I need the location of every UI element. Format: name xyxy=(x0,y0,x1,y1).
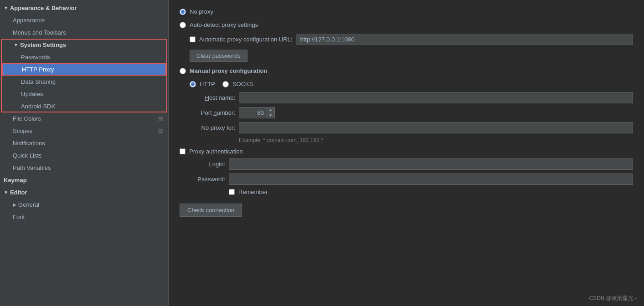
manual-proxy-radio[interactable] xyxy=(180,68,186,74)
sidebar-item-label: Passwords xyxy=(21,54,50,61)
check-connection-button[interactable]: Check connection xyxy=(180,204,242,217)
no-proxy-for-input[interactable] xyxy=(239,122,633,133)
chevron-right-icon: ▶ xyxy=(13,202,16,207)
watermark: CSDN @夜雨星光~ xyxy=(589,295,637,302)
manual-proxy-label: Manual proxy configuration xyxy=(190,67,267,74)
sidebar-item-updates[interactable]: Updates xyxy=(1,88,167,100)
login-label: Login: xyxy=(180,161,225,168)
sidebar-item-editor[interactable]: ▼ Editor xyxy=(0,186,168,199)
sidebar-item-keymap[interactable]: Keymap xyxy=(0,174,168,186)
chevron-down-icon: ▼ xyxy=(14,42,18,47)
http-socks-row: HTTP SOCKS xyxy=(190,80,633,88)
proxy-settings-panel: No proxy Auto-detect proxy settings Auto… xyxy=(180,7,633,217)
auto-proxy-url-input[interactable] xyxy=(296,34,633,45)
manual-proxy-row: Manual proxy configuration xyxy=(180,66,633,75)
sidebar-item-android-sdk[interactable]: Android SDK xyxy=(1,100,167,112)
manual-proxy-section: HTTP SOCKS Host name: Port number: 80 ▲ xyxy=(180,80,633,143)
host-name-row: Host name: xyxy=(190,92,633,103)
sidebar-item-label: HTTP Proxy xyxy=(22,66,54,73)
proxy-auth-label: Proxy authentication xyxy=(189,148,243,155)
clear-passwords-section: Clear passwords xyxy=(180,50,633,62)
auto-detect-section: Automatic proxy configuration URL: xyxy=(180,34,633,45)
port-number-row: Port number: 80 ▲ ▼ xyxy=(190,107,633,118)
remember-row: Remember xyxy=(180,189,633,195)
sidebar-item-label: Menus and Toolbars xyxy=(13,29,66,36)
sidebar-item-label: Data Sharing xyxy=(21,78,56,85)
sidebar-item-notifications[interactable]: Notifications xyxy=(0,137,168,149)
password-input[interactable] xyxy=(229,173,633,185)
no-proxy-radio[interactable] xyxy=(180,9,186,15)
remember-checkbox[interactable] xyxy=(229,189,235,195)
port-number-wrapper: 80 ▲ ▼ xyxy=(239,107,275,118)
proxy-auth-section: Proxy authentication Login: Password: Re… xyxy=(180,148,633,195)
sidebar-item-label: Keymap xyxy=(4,177,27,184)
auto-detect-label: Auto-detect proxy settings xyxy=(190,21,258,28)
sidebar-item-appearance-behavior[interactable]: ▼ Appearance & Behavior xyxy=(0,2,168,14)
no-proxy-label: No proxy xyxy=(190,8,213,15)
sidebar-item-label: Appearance & Behavior xyxy=(10,5,77,11)
sidebar-item-label: General xyxy=(18,201,39,208)
sidebar-item-label: Font xyxy=(13,214,25,220)
auto-proxy-url-checkbox[interactable] xyxy=(190,36,196,42)
sidebar-item-label: Scopes xyxy=(13,128,32,134)
sidebar-item-label: Notifications xyxy=(13,140,45,147)
port-number-input[interactable]: 80 xyxy=(239,107,267,118)
http-radio-row: HTTP xyxy=(190,80,215,88)
login-row: Login: xyxy=(180,158,633,170)
sidebar-item-label: Updates xyxy=(21,91,43,97)
socks-label: SOCKS xyxy=(232,81,253,87)
sidebar-item-label: Appearance xyxy=(13,17,45,24)
http-label: HTTP xyxy=(200,81,215,87)
sidebar-item-label: System Settings xyxy=(20,41,66,48)
sidebar-item-data-sharing[interactable]: Data Sharing xyxy=(1,76,167,88)
login-input[interactable] xyxy=(229,158,633,170)
sidebar-item-label: Path Variables xyxy=(13,164,51,171)
auto-proxy-url-label: Automatic proxy configuration URL: xyxy=(199,36,292,43)
host-name-input[interactable] xyxy=(239,92,633,103)
sidebar-item-appearance[interactable]: Appearance xyxy=(0,14,168,26)
no-proxy-row: No proxy xyxy=(180,7,633,16)
sidebar-item-label: Quick Lists xyxy=(13,152,42,159)
password-row: Password: xyxy=(180,173,633,185)
sidebar-item-quick-lists[interactable]: Quick Lists xyxy=(0,149,168,162)
proxy-auth-checkbox[interactable] xyxy=(180,148,185,154)
proxy-auth-row: Proxy authentication xyxy=(180,148,633,155)
scopes-icon: ▤ xyxy=(158,128,163,134)
chevron-down-icon: ▼ xyxy=(4,5,8,10)
sidebar-item-http-proxy[interactable]: HTTP Proxy xyxy=(2,63,166,76)
no-proxy-for-row: No proxy for: xyxy=(190,122,633,133)
port-number-label: Port number: xyxy=(190,109,235,116)
sidebar-item-system-settings[interactable]: ▼ System Settings xyxy=(1,39,167,51)
port-spinner: ▲ ▼ xyxy=(267,107,274,118)
sidebar-item-label: File Colors xyxy=(13,115,41,122)
password-label: Password: xyxy=(180,176,225,183)
sidebar-item-menus-toolbars[interactable]: Menus and Toolbars xyxy=(0,26,168,39)
sidebar-item-label: Editor xyxy=(10,189,27,196)
file-colors-icon: ▤ xyxy=(158,116,163,122)
auto-detect-radio[interactable] xyxy=(180,22,186,28)
no-proxy-for-label: No proxy for: xyxy=(190,124,235,131)
remember-label: Remember xyxy=(238,189,268,195)
sidebar-item-font[interactable]: Font xyxy=(0,211,168,223)
main-content: No proxy Auto-detect proxy settings Auto… xyxy=(169,0,644,306)
sidebar: ▼ Appearance & Behavior Appearance Menus… xyxy=(0,0,169,306)
sidebar-item-passwords[interactable]: Passwords xyxy=(1,51,167,63)
sidebar-item-general[interactable]: ▶ General xyxy=(0,199,168,211)
chevron-down-icon: ▼ xyxy=(4,190,8,195)
port-decrement-button[interactable]: ▼ xyxy=(267,113,274,118)
port-increment-button[interactable]: ▲ xyxy=(267,107,274,113)
config-url-row: Automatic proxy configuration URL: xyxy=(190,34,633,45)
sidebar-item-path-variables[interactable]: Path Variables xyxy=(0,162,168,174)
auto-detect-row: Auto-detect proxy settings xyxy=(180,20,633,29)
socks-radio-row: SOCKS xyxy=(222,80,253,88)
clear-passwords-button[interactable]: Clear passwords xyxy=(190,50,247,62)
host-name-label: Host name: xyxy=(190,94,235,101)
sidebar-item-file-colors[interactable]: File Colors ▤ xyxy=(0,112,168,125)
sidebar-item-label: Android SDK xyxy=(21,103,55,110)
sidebar-item-scopes[interactable]: Scopes ▤ xyxy=(0,125,168,137)
no-proxy-example: Example: *.domain.com, 192.168.* xyxy=(190,137,633,143)
http-radio[interactable] xyxy=(190,81,196,87)
socks-radio[interactable] xyxy=(222,81,229,87)
